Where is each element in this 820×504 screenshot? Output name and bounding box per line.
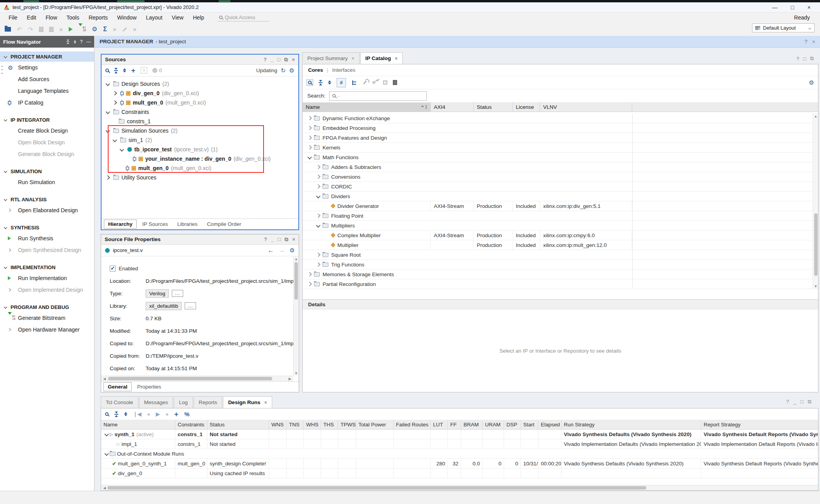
maximize-button[interactable]: □ [791, 4, 794, 11]
catalog-category-row[interactable]: Dividers [303, 192, 813, 201]
chevron-right-icon[interactable] [112, 100, 117, 105]
sidebar-item-language-templates[interactable]: Language Templates [0, 85, 94, 97]
column-license[interactable]: License [513, 103, 540, 112]
float-icon[interactable]: ⧉ [810, 55, 814, 62]
catalog-ip-row[interactable]: Complex Multiplier AXI4-Stream Productio… [303, 231, 813, 240]
sidebar-item-run-simulation[interactable]: Run Simulation [0, 176, 94, 188]
subtab-cores[interactable]: Cores [308, 67, 323, 73]
menu-reports[interactable]: Reports [84, 13, 112, 22]
library-more-button[interactable]: ... [185, 302, 196, 309]
chevron-right-icon[interactable] [307, 145, 312, 149]
run-row-synth-1[interactable]: ▷ synth_1(active) constrs_1 Not started … [101, 429, 818, 439]
chevron-right-icon[interactable] [316, 262, 320, 266]
chevron-down-icon[interactable] [307, 155, 312, 159]
taxonomy-tree-icon[interactable] [351, 80, 357, 85]
step-forward-icon[interactable]: » [166, 411, 168, 417]
redo-icon[interactable]: ↷ [28, 26, 33, 33]
chevron-down-icon[interactable] [112, 138, 117, 142]
gear-icon[interactable]: ⚙ [290, 247, 295, 253]
tab-messages[interactable]: Messages [139, 396, 173, 408]
column-name[interactable]: Name 1 [303, 103, 431, 112]
catalog-category-row[interactable]: Embedded Processing [303, 123, 813, 133]
horizontal-scrollbar[interactable]: ◀ [101, 485, 818, 490]
expand-all-icon[interactable] [123, 68, 126, 73]
sidebar-item-open-block-design[interactable]: Open Block Design [0, 137, 94, 148]
sidebar-item-add-sources[interactable]: Add Sources [0, 73, 94, 85]
add-sources-icon[interactable]: + [131, 67, 135, 74]
tab-design-runs[interactable]: Design Runs× [223, 396, 272, 408]
sidebar-item-settings[interactable]: ⚙Settings [0, 62, 94, 73]
tree-item-constraints[interactable]: Constraints [102, 107, 298, 117]
menu-help[interactable]: Help [188, 13, 209, 22]
run-icon[interactable] [69, 27, 73, 32]
close-icon[interactable]: × [292, 57, 295, 62]
catalog-category-row[interactable]: Dynamic Function eXchange [303, 114, 813, 123]
column-axi4[interactable]: AXI4 [431, 103, 474, 112]
catalog-category-row[interactable]: Square Root [303, 250, 813, 260]
cancel-run-icon[interactable]: × [113, 26, 116, 33]
menu-file[interactable]: File [4, 13, 22, 22]
tree-item-utility-sources[interactable]: Utility Sources [102, 173, 298, 182]
refresh-icon[interactable]: ↻ [281, 67, 286, 74]
catalog-category-row[interactable]: Adders & Subtracters [303, 162, 813, 172]
catalog-category-row[interactable]: Multipliers [303, 221, 813, 231]
sidebar-item-run-implementation[interactable]: Run Implementation [0, 272, 94, 284]
chevron-right-icon[interactable] [316, 174, 320, 179]
tab-project-summary[interactable]: Project Summary× [302, 52, 360, 64]
collapse-all-icon[interactable] [114, 68, 118, 73]
step-back-icon[interactable]: « [147, 411, 150, 417]
layout-selector[interactable]: Default Layout [752, 23, 815, 32]
horizontal-scrollbar[interactable]: ◀ ▶ [101, 376, 293, 381]
catalog-ip-row[interactable]: Multiplier Production Included xilinx.co… [303, 240, 813, 250]
tab-reports[interactable]: Reports [194, 396, 222, 408]
tree-item-your-instance-name[interactable]: your_instance_name : div_gen_0(div_gen_0… [102, 154, 298, 163]
catalog-category-row[interactable]: Memories & Storage Elements [303, 270, 813, 279]
sidebar-section-simulation[interactable]: SIMULATION [0, 166, 94, 176]
help-icon[interactable]: ? [786, 399, 789, 405]
help-box-icon[interactable]: ? [141, 67, 147, 74]
minimize-icon[interactable]: _ [271, 236, 274, 242]
chevron-down-icon[interactable] [119, 147, 124, 151]
chevron-down-icon[interactable] [316, 194, 320, 198]
help-icon[interactable]: ? [804, 39, 808, 45]
close-icon[interactable]: × [812, 39, 815, 45]
chevron-down-icon[interactable] [104, 451, 109, 456]
chevron-right-icon[interactable] [307, 126, 312, 130]
search-icon[interactable] [307, 79, 313, 86]
catalog-ip-row[interactable]: Divider Generator AXI4-Stream Production… [303, 201, 813, 211]
close-button[interactable]: × [808, 4, 811, 11]
chevron-right-icon[interactable] [307, 135, 312, 140]
forward-arrow-icon[interactable]: → [279, 247, 285, 254]
delete-icon[interactable]: × [59, 26, 63, 33]
catalog-category-row[interactable]: FPGA Features and Design [303, 133, 813, 143]
column-status[interactable]: Status [474, 103, 513, 112]
menu-tools[interactable]: Tools [62, 13, 84, 22]
chevron-down-icon[interactable] [104, 432, 109, 436]
sidebar-item-generate-block-design[interactable]: Generate Block Design [0, 148, 94, 160]
tab-libraries[interactable]: Libraries [173, 220, 201, 228]
expand-all-icon[interactable] [124, 412, 127, 416]
tab-ip-sources[interactable]: IP Sources [138, 220, 172, 228]
sidebar-section-synthesis[interactable]: SYNTHESIS [0, 222, 94, 232]
chip-icon[interactable] [383, 80, 387, 85]
settings-gear-icon[interactable]: ⚙ [92, 26, 97, 32]
column-vlnv[interactable]: VLNV [540, 103, 632, 112]
enabled-checkbox[interactable]: ✔ [110, 266, 116, 272]
chevron-right-icon[interactable] [316, 252, 320, 257]
play-run-icon[interactable]: ▶ [156, 411, 160, 417]
create-run-icon[interactable]: + [174, 411, 178, 418]
sidebar-section-rtl-analysis[interactable]: RTL ANALYSIS [0, 194, 94, 204]
tree-item-tb-ipcore-test[interactable]: tb_ipcore_test(ipcore_test.v)(1) [102, 145, 298, 154]
float-icon[interactable]: ⧉ [808, 399, 811, 405]
run-row-mult-gen-0-synth-1[interactable]: ✔ mult_gen_0_synth_1 mult_gen_0 synth_de… [101, 459, 818, 469]
sidebar-item-generate-bitstream[interactable]: 0110Generate Bitstream [0, 312, 94, 324]
sidebar-item-run-synthesis[interactable]: Run Synthesis [0, 232, 94, 244]
tree-item-sim-1[interactable]: sim_1(2) [102, 135, 298, 145]
catalog-category-row[interactable]: CORDIC [303, 182, 813, 192]
chevron-right-icon[interactable] [316, 165, 320, 169]
chevron-right-icon[interactable] [112, 91, 117, 95]
search-icon[interactable] [105, 69, 109, 72]
chevron-down-icon[interactable] [105, 128, 110, 133]
chevron-down-icon[interactable] [105, 82, 110, 86]
chevron-down-icon[interactable] [316, 223, 320, 227]
